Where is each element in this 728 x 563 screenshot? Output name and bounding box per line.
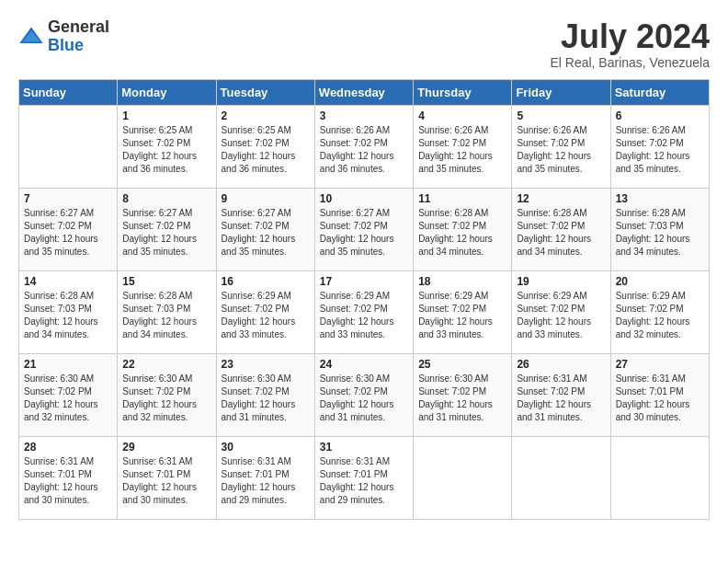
calendar-cell (19, 105, 118, 188)
calendar-cell: 7Sunrise: 6:27 AMSunset: 7:02 PMDaylight… (19, 188, 118, 270)
day-header-tuesday: Tuesday (216, 79, 314, 105)
day-info: Sunrise: 6:30 AMSunset: 7:02 PMDaylight:… (418, 373, 506, 424)
day-header-saturday: Saturday (610, 79, 709, 105)
day-info: Sunrise: 6:31 AMSunset: 7:01 PMDaylight:… (24, 455, 112, 507)
day-info: Sunrise: 6:26 AMSunset: 7:02 PMDaylight:… (418, 124, 506, 176)
day-number: 5 (517, 109, 605, 122)
day-info: Sunrise: 6:26 AMSunset: 7:02 PMDaylight:… (320, 124, 408, 176)
day-number: 19 (517, 275, 605, 288)
day-info: Sunrise: 6:25 AMSunset: 7:02 PMDaylight:… (122, 124, 210, 176)
day-info: Sunrise: 6:28 AMSunset: 7:03 PMDaylight:… (616, 207, 704, 259)
calendar-cell: 3Sunrise: 6:26 AMSunset: 7:02 PMDaylight… (314, 105, 413, 188)
logo-icon (18, 24, 44, 50)
day-info: Sunrise: 6:31 AMSunset: 7:01 PMDaylight:… (616, 373, 704, 424)
day-number: 9 (222, 192, 310, 205)
day-info: Sunrise: 6:30 AMSunset: 7:02 PMDaylight:… (222, 373, 310, 424)
day-info: Sunrise: 6:25 AMSunset: 7:02 PMDaylight:… (222, 124, 310, 176)
day-number: 30 (222, 441, 310, 454)
calendar-cell (610, 436, 709, 519)
calendar-cell: 20Sunrise: 6:29 AMSunset: 7:02 PMDayligh… (610, 270, 709, 353)
day-number: 27 (616, 358, 704, 371)
week-row-2: 14Sunrise: 6:28 AMSunset: 7:03 PMDayligh… (19, 270, 710, 353)
day-number: 14 (24, 275, 112, 288)
logo: General Blue (18, 18, 109, 55)
day-number: 2 (222, 109, 310, 122)
day-number: 12 (517, 192, 605, 205)
calendar-cell: 2Sunrise: 6:25 AMSunset: 7:02 PMDaylight… (216, 105, 314, 188)
day-info: Sunrise: 6:27 AMSunset: 7:02 PMDaylight:… (24, 207, 112, 259)
calendar-cell: 24Sunrise: 6:30 AMSunset: 7:02 PMDayligh… (314, 353, 413, 436)
calendar-cell: 28Sunrise: 6:31 AMSunset: 7:01 PMDayligh… (19, 436, 118, 519)
calendar-cell: 5Sunrise: 6:26 AMSunset: 7:02 PMDaylight… (512, 105, 610, 188)
day-header-wednesday: Wednesday (314, 79, 413, 105)
calendar-cell: 30Sunrise: 6:31 AMSunset: 7:01 PMDayligh… (216, 436, 314, 519)
day-number: 8 (122, 192, 210, 205)
month-title: July 2024 (550, 18, 710, 55)
calendar-cell: 14Sunrise: 6:28 AMSunset: 7:03 PMDayligh… (19, 270, 118, 353)
calendar-cell: 15Sunrise: 6:28 AMSunset: 7:03 PMDayligh… (118, 270, 216, 353)
calendar-cell: 8Sunrise: 6:27 AMSunset: 7:02 PMDaylight… (118, 188, 216, 270)
day-number: 15 (122, 275, 210, 288)
day-number: 1 (122, 109, 210, 122)
calendar-cell: 26Sunrise: 6:31 AMSunset: 7:02 PMDayligh… (512, 353, 610, 436)
day-header-sunday: Sunday (19, 79, 118, 105)
day-info: Sunrise: 6:29 AMSunset: 7:02 PMDaylight:… (320, 290, 408, 341)
calendar-cell: 19Sunrise: 6:29 AMSunset: 7:02 PMDayligh… (512, 270, 610, 353)
day-header-thursday: Thursday (414, 79, 512, 105)
calendar-cell: 31Sunrise: 6:31 AMSunset: 7:01 PMDayligh… (314, 436, 413, 519)
page-header: General Blue July 2024 El Real, Barinas,… (18, 18, 710, 70)
day-number: 24 (320, 358, 408, 371)
day-info: Sunrise: 6:30 AMSunset: 7:02 PMDaylight:… (122, 373, 210, 424)
day-info: Sunrise: 6:31 AMSunset: 7:02 PMDaylight:… (517, 373, 605, 424)
day-number: 29 (122, 441, 210, 454)
calendar-cell: 17Sunrise: 6:29 AMSunset: 7:02 PMDayligh… (314, 270, 413, 353)
header-row: SundayMondayTuesdayWednesdayThursdayFrid… (19, 79, 710, 105)
title-block: July 2024 El Real, Barinas, Venezuela (550, 18, 710, 70)
calendar-cell: 9Sunrise: 6:27 AMSunset: 7:02 PMDaylight… (216, 188, 314, 270)
day-number: 7 (24, 192, 112, 205)
day-info: Sunrise: 6:30 AMSunset: 7:02 PMDaylight:… (24, 373, 112, 424)
calendar-cell: 18Sunrise: 6:29 AMSunset: 7:02 PMDayligh… (414, 270, 512, 353)
logo-text: General Blue (48, 18, 109, 55)
logo-general: General (48, 18, 109, 37)
day-info: Sunrise: 6:28 AMSunset: 7:02 PMDaylight:… (517, 207, 605, 259)
week-row-0: 1Sunrise: 6:25 AMSunset: 7:02 PMDaylight… (19, 105, 710, 188)
day-info: Sunrise: 6:31 AMSunset: 7:01 PMDaylight:… (222, 455, 310, 507)
day-number: 31 (320, 441, 408, 454)
day-number: 28 (24, 441, 112, 454)
day-info: Sunrise: 6:31 AMSunset: 7:01 PMDaylight:… (320, 455, 408, 507)
day-info: Sunrise: 6:28 AMSunset: 7:02 PMDaylight:… (418, 207, 506, 259)
day-info: Sunrise: 6:27 AMSunset: 7:02 PMDaylight:… (320, 207, 408, 259)
day-number: 17 (320, 275, 408, 288)
day-number: 22 (122, 358, 210, 371)
calendar-cell: 27Sunrise: 6:31 AMSunset: 7:01 PMDayligh… (610, 353, 709, 436)
day-info: Sunrise: 6:28 AMSunset: 7:03 PMDaylight:… (122, 290, 210, 341)
calendar-cell: 16Sunrise: 6:29 AMSunset: 7:02 PMDayligh… (216, 270, 314, 353)
week-row-3: 21Sunrise: 6:30 AMSunset: 7:02 PMDayligh… (19, 353, 710, 436)
day-number: 26 (517, 358, 605, 371)
day-number: 23 (222, 358, 310, 371)
day-number: 16 (222, 275, 310, 288)
day-header-friday: Friday (512, 79, 610, 105)
calendar-table: SundayMondayTuesdayWednesdayThursdayFrid… (18, 79, 710, 520)
day-number: 18 (418, 275, 506, 288)
calendar-cell: 6Sunrise: 6:26 AMSunset: 7:02 PMDaylight… (610, 105, 709, 188)
day-number: 6 (616, 109, 704, 122)
calendar-cell: 29Sunrise: 6:31 AMSunset: 7:01 PMDayligh… (118, 436, 216, 519)
calendar-cell: 1Sunrise: 6:25 AMSunset: 7:02 PMDaylight… (118, 105, 216, 188)
calendar-cell: 4Sunrise: 6:26 AMSunset: 7:02 PMDaylight… (414, 105, 512, 188)
day-info: Sunrise: 6:26 AMSunset: 7:02 PMDaylight:… (517, 124, 605, 176)
logo-blue: Blue (48, 37, 109, 55)
calendar-cell (414, 436, 512, 519)
calendar-cell: 11Sunrise: 6:28 AMSunset: 7:02 PMDayligh… (414, 188, 512, 270)
day-info: Sunrise: 6:29 AMSunset: 7:02 PMDaylight:… (616, 290, 704, 341)
calendar-cell: 22Sunrise: 6:30 AMSunset: 7:02 PMDayligh… (118, 353, 216, 436)
day-info: Sunrise: 6:29 AMSunset: 7:02 PMDaylight:… (222, 290, 310, 341)
day-info: Sunrise: 6:27 AMSunset: 7:02 PMDaylight:… (222, 207, 310, 259)
day-header-monday: Monday (118, 79, 216, 105)
day-info: Sunrise: 6:29 AMSunset: 7:02 PMDaylight:… (418, 290, 506, 341)
week-row-4: 28Sunrise: 6:31 AMSunset: 7:01 PMDayligh… (19, 436, 710, 519)
day-number: 4 (418, 109, 506, 122)
day-number: 21 (24, 358, 112, 371)
day-number: 25 (418, 358, 506, 371)
